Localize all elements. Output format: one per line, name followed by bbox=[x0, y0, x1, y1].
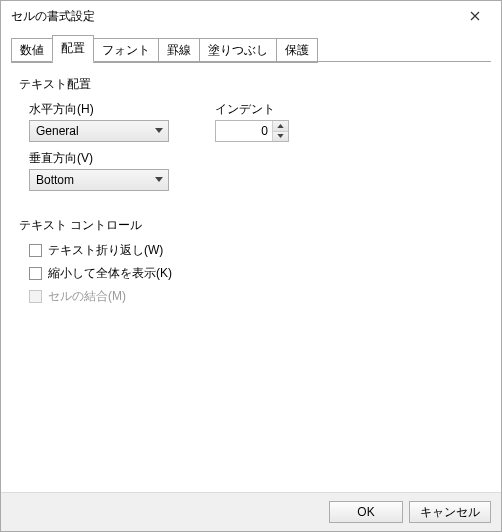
checkbox-merge-cells: セルの結合(M) bbox=[29, 288, 483, 305]
close-icon bbox=[470, 11, 480, 21]
spinner-buttons bbox=[272, 121, 288, 141]
checkbox-label: セルの結合(M) bbox=[48, 288, 126, 305]
tab-label: フォント bbox=[102, 43, 150, 57]
button-label: キャンセル bbox=[420, 504, 480, 521]
window-title: セルの書式設定 bbox=[11, 8, 455, 25]
chevron-down-icon bbox=[150, 121, 168, 141]
spinner-up-button[interactable] bbox=[273, 121, 288, 131]
select-horizontal[interactable]: General bbox=[29, 120, 169, 142]
cancel-button[interactable]: キャンセル bbox=[409, 501, 491, 523]
group-title-alignment: テキスト配置 bbox=[19, 76, 483, 93]
tab-label: 保護 bbox=[285, 43, 309, 57]
chevron-down-icon bbox=[150, 170, 168, 190]
button-label: OK bbox=[357, 505, 374, 519]
checkbox-label: テキスト折り返し(W) bbox=[48, 242, 163, 259]
tab-label: 罫線 bbox=[167, 43, 191, 57]
tab-label: 塗りつぶし bbox=[208, 43, 268, 57]
tab-protection[interactable]: 保護 bbox=[276, 38, 318, 63]
spinner-down-button[interactable] bbox=[273, 131, 288, 142]
checkbox-wrap-text[interactable]: テキスト折り返し(W) bbox=[29, 242, 483, 259]
label-vertical: 垂直方向(V) bbox=[29, 150, 483, 167]
group-text-control: テキスト コントロール テキスト折り返し(W) 縮小して全体を表示(K) セルの… bbox=[19, 217, 483, 305]
dialog-footer: OK キャンセル bbox=[1, 492, 501, 531]
label-horizontal: 水平方向(H) bbox=[29, 101, 169, 118]
tab-strip: 数値 配置 フォント 罫線 塗りつぶし 保護 bbox=[1, 31, 501, 62]
select-vertical[interactable]: Bottom bbox=[29, 169, 169, 191]
checkbox-box bbox=[29, 244, 42, 257]
spinner-indent[interactable] bbox=[215, 120, 289, 142]
tab-panel-alignment: テキスト配置 水平方向(H) General インデント bbox=[1, 62, 501, 492]
tab-label: 配置 bbox=[61, 41, 85, 55]
tab-border[interactable]: 罫線 bbox=[158, 38, 200, 63]
checkbox-label: 縮小して全体を表示(K) bbox=[48, 265, 172, 282]
tab-alignment[interactable]: 配置 bbox=[52, 35, 94, 62]
tab-label: 数値 bbox=[20, 43, 44, 57]
close-button[interactable] bbox=[455, 2, 495, 30]
tab-number[interactable]: 数値 bbox=[11, 38, 53, 63]
dialog-window: セルの書式設定 数値 配置 フォント 罫線 塗りつぶし 保護 テキスト配置 水平… bbox=[0, 0, 502, 532]
chevron-down-icon bbox=[277, 134, 284, 138]
group-text-alignment: テキスト配置 水平方向(H) General インデント bbox=[19, 76, 483, 191]
chevron-up-icon bbox=[277, 124, 284, 128]
tab-fill[interactable]: 塗りつぶし bbox=[199, 38, 277, 63]
checkbox-box bbox=[29, 290, 42, 303]
titlebar: セルの書式設定 bbox=[1, 1, 501, 31]
checkbox-shrink-to-fit[interactable]: 縮小して全体を表示(K) bbox=[29, 265, 483, 282]
select-vertical-value: Bottom bbox=[30, 173, 150, 187]
ok-button[interactable]: OK bbox=[329, 501, 403, 523]
select-horizontal-value: General bbox=[30, 124, 150, 138]
input-indent[interactable] bbox=[216, 121, 272, 141]
label-indent: インデント bbox=[215, 101, 289, 118]
checkbox-box bbox=[29, 267, 42, 280]
tab-font[interactable]: フォント bbox=[93, 38, 159, 63]
group-title-text-control: テキスト コントロール bbox=[19, 217, 483, 234]
